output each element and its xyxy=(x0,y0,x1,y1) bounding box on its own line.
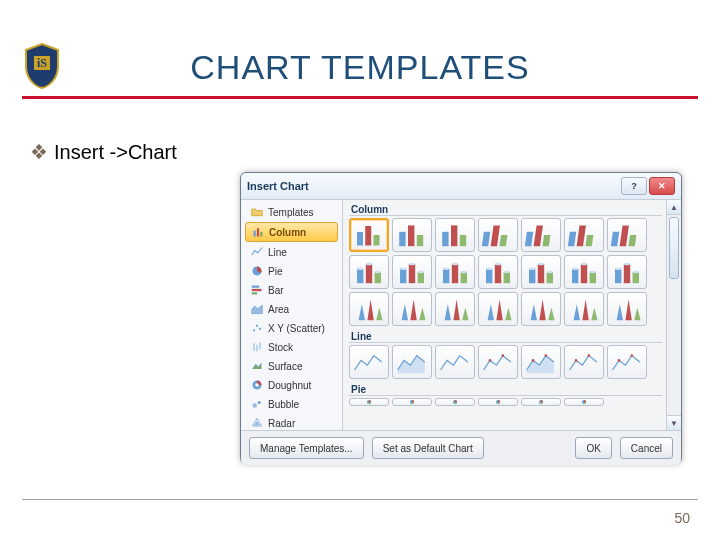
dialog-titlebar[interactable]: Insert Chart ? ✕ xyxy=(241,173,681,200)
footer-divider xyxy=(22,499,698,500)
svg-marker-85 xyxy=(367,299,373,320)
svg-rect-32 xyxy=(499,235,507,246)
dialog-title: Insert Chart xyxy=(247,180,309,192)
svg-rect-34 xyxy=(534,225,543,246)
chart-subtype-thumb[interactable] xyxy=(478,345,518,379)
chart-subtype-thumb[interactable] xyxy=(564,218,604,252)
ok-button[interactable]: OK xyxy=(575,437,611,459)
sidebar-item-scatter[interactable]: X Y (Scatter) xyxy=(245,319,338,337)
column-icon xyxy=(252,226,264,238)
chart-subtype-thumb[interactable] xyxy=(521,398,561,406)
sidebar-item-bar[interactable]: Bar xyxy=(245,281,338,299)
scroll-up-button[interactable]: ▲ xyxy=(667,200,681,215)
chart-subtype-thumb[interactable] xyxy=(392,255,432,289)
set-default-chart-button[interactable]: Set as Default Chart xyxy=(372,437,484,459)
chart-subtype-thumb[interactable] xyxy=(564,292,604,326)
gallery-group-header: Line xyxy=(349,329,662,343)
chart-subtype-thumb[interactable] xyxy=(392,218,432,252)
chart-subtype-thumb[interactable] xyxy=(435,218,475,252)
sidebar-item-doughnut[interactable]: Doughnut xyxy=(245,376,338,394)
chart-subtype-thumb[interactable] xyxy=(392,292,432,326)
svg-rect-36 xyxy=(568,232,576,246)
sidebar-item-label: X Y (Scatter) xyxy=(268,323,325,334)
svg-marker-103 xyxy=(625,299,631,320)
chart-subtype-thumb[interactable] xyxy=(478,398,518,406)
chart-subtype-thumb[interactable] xyxy=(478,255,518,289)
chart-subtype-thumb[interactable] xyxy=(607,292,647,326)
chart-subtype-thumb[interactable] xyxy=(521,292,561,326)
slide-number: 50 xyxy=(674,510,690,526)
svg-rect-29 xyxy=(460,235,466,246)
sidebar-item-area[interactable]: Area xyxy=(245,300,338,318)
sidebar-item-line[interactable]: Line xyxy=(245,243,338,261)
chart-subtype-thumb[interactable] xyxy=(392,345,432,379)
svg-point-45 xyxy=(366,263,372,266)
svg-point-79 xyxy=(615,268,621,271)
svg-marker-96 xyxy=(531,304,537,320)
sidebar-item-radar[interactable]: Radar xyxy=(245,414,338,432)
chart-subtype-thumb[interactable] xyxy=(392,398,432,406)
chart-subtype-thumb[interactable] xyxy=(564,398,604,406)
svg-rect-72 xyxy=(572,269,578,283)
doughnut-icon xyxy=(251,379,263,391)
sidebar-item-label: Area xyxy=(268,304,289,315)
close-button[interactable]: ✕ xyxy=(649,177,675,195)
chart-subtype-thumb[interactable] xyxy=(349,345,389,379)
svg-point-59 xyxy=(461,271,467,274)
svg-point-53 xyxy=(418,271,424,274)
chart-subtype-thumb[interactable] xyxy=(607,218,647,252)
manage-templates-button[interactable]: Manage Templates... xyxy=(249,437,364,459)
chart-type-sidebar: TemplatesColumnLinePieBarAreaX Y (Scatte… xyxy=(241,200,343,430)
svg-rect-44 xyxy=(366,264,372,283)
chart-subtype-thumb[interactable] xyxy=(521,345,561,379)
sidebar-item-column[interactable]: Column xyxy=(245,222,338,242)
chart-subtype-thumb[interactable] xyxy=(607,255,647,289)
svg-point-17 xyxy=(253,403,258,408)
title-underline xyxy=(22,96,698,99)
sidebar-item-label: Templates xyxy=(268,207,314,218)
line-icon xyxy=(251,246,263,258)
svg-point-71 xyxy=(547,271,553,274)
chart-subtype-thumb[interactable] xyxy=(349,292,389,326)
chart-subtype-gallery: ColumnLinePie xyxy=(343,200,666,430)
chart-subtype-thumb[interactable] xyxy=(435,292,475,326)
cancel-button[interactable]: Cancel xyxy=(620,437,673,459)
chart-subtype-thumb[interactable] xyxy=(435,398,475,406)
chart-subtype-thumb[interactable] xyxy=(478,292,518,326)
svg-marker-90 xyxy=(445,304,451,320)
svg-rect-58 xyxy=(461,272,467,283)
scroll-thumb[interactable] xyxy=(669,217,679,279)
chart-subtype-thumb[interactable] xyxy=(521,255,561,289)
chart-subtype-thumb[interactable] xyxy=(564,345,604,379)
sidebar-item-surface[interactable]: Surface xyxy=(245,357,338,375)
svg-rect-24 xyxy=(399,232,405,246)
chart-subtype-thumb[interactable] xyxy=(435,345,475,379)
svg-rect-42 xyxy=(357,269,363,283)
svg-marker-89 xyxy=(419,307,425,320)
chart-subtype-thumb[interactable] xyxy=(607,345,647,379)
sidebar-item-stock[interactable]: Stock xyxy=(245,338,338,356)
chart-subtype-thumb[interactable] xyxy=(349,255,389,289)
scroll-down-button[interactable]: ▼ xyxy=(667,415,681,430)
svg-point-108 xyxy=(545,354,548,357)
chart-subtype-thumb[interactable] xyxy=(564,255,604,289)
scroll-track[interactable] xyxy=(667,215,681,415)
sidebar-item-folder[interactable]: Templates xyxy=(245,203,338,221)
sidebar-item-bubble[interactable]: Bubble xyxy=(245,395,338,413)
sidebar-item-pie[interactable]: Pie xyxy=(245,262,338,280)
svg-rect-28 xyxy=(451,225,457,246)
sidebar-item-label: Stock xyxy=(268,342,293,353)
chart-subtype-thumb[interactable] xyxy=(435,255,475,289)
svg-point-110 xyxy=(588,354,591,357)
svg-marker-99 xyxy=(574,304,580,320)
chart-subtype-thumb[interactable] xyxy=(349,398,389,406)
help-button[interactable]: ? xyxy=(621,177,647,195)
dialog-footer: Manage Templates... Set as Default Chart… xyxy=(241,430,681,465)
svg-point-43 xyxy=(357,268,363,271)
chart-subtype-thumb[interactable] xyxy=(478,218,518,252)
svg-point-109 xyxy=(575,359,578,362)
chart-subtype-thumb[interactable] xyxy=(521,218,561,252)
chart-subtype-thumb[interactable] xyxy=(349,218,389,252)
gallery-scrollbar[interactable]: ▲ ▼ xyxy=(666,200,681,430)
svg-rect-41 xyxy=(628,235,636,246)
